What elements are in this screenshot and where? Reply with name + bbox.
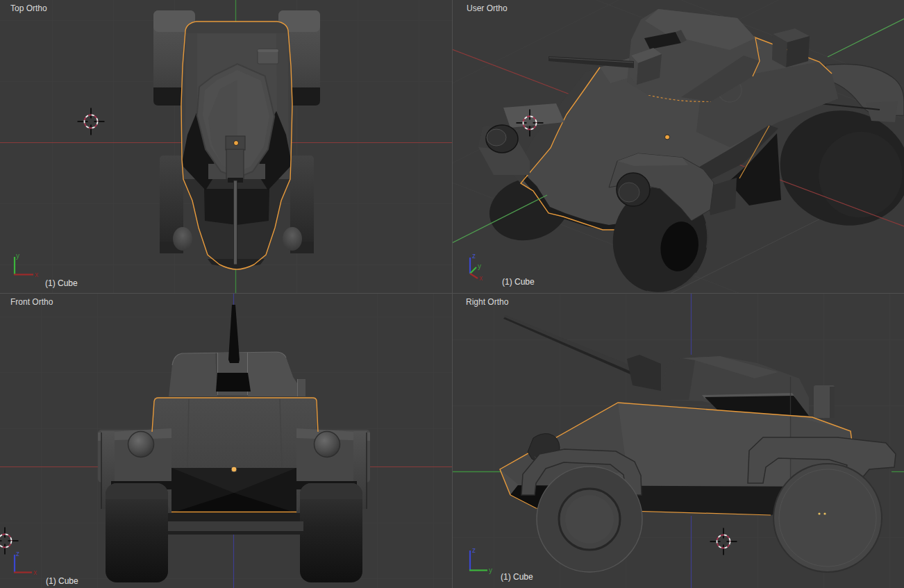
svg-text:Top Ortho: Top Ortho xyxy=(10,3,47,13)
svg-text:z: z xyxy=(472,546,476,554)
svg-text:z: z xyxy=(16,550,19,557)
svg-text:(1) Cube: (1) Cube xyxy=(45,278,78,288)
svg-text:Right Ortho: Right Ortho xyxy=(466,297,509,307)
svg-text:y: y xyxy=(489,566,492,574)
svg-text:y: y xyxy=(16,252,19,260)
svg-text:User Ortho: User Ortho xyxy=(467,3,508,13)
svg-text:Front Ortho: Front Ortho xyxy=(10,297,53,307)
svg-text:(1) Cube: (1) Cube xyxy=(502,277,535,287)
svg-text:x: x xyxy=(479,274,483,282)
svg-text:y: y xyxy=(478,262,481,270)
svg-text:(1) Cube: (1) Cube xyxy=(501,572,533,582)
svg-text:x: x xyxy=(35,271,38,278)
svg-text:z: z xyxy=(472,252,476,260)
svg-text:(1) Cube: (1) Cube xyxy=(46,576,78,586)
svg-text:x: x xyxy=(33,569,37,576)
